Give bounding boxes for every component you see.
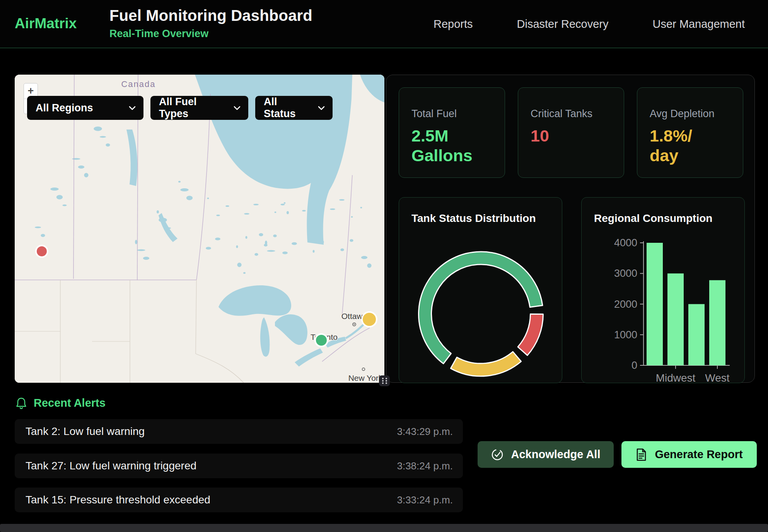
map-city-dot-ottawa-inner (354, 324, 355, 325)
kpi-label: Critical Tanks (531, 108, 611, 120)
kpi-label: Total Fuel (411, 108, 492, 120)
donut-chart (399, 198, 563, 384)
tank-status-chart-card: Tank Status Distribution (399, 197, 562, 383)
alert-message: Tank 27: Low fuel warning triggered (26, 460, 196, 472)
map-marker-normal[interactable] (315, 334, 328, 346)
fuel-type-filter-dropdown[interactable]: All Fuel Types (150, 96, 248, 120)
page-title: Fuel Monitoring Dashboard (109, 7, 312, 24)
map-panel[interactable]: Canada Ottawa Toronto New York + − All R… (15, 75, 384, 383)
kpi-label: Avg Depletion (650, 108, 730, 120)
chevron-down-icon (234, 106, 241, 110)
kpi-value: 1.8%/day (650, 126, 702, 165)
status-filter-value: All Status (264, 96, 312, 120)
map-marker-warning[interactable] (362, 312, 377, 327)
map-label-new-york: New York (348, 373, 383, 382)
bar-3[interactable] (688, 304, 705, 366)
chevron-down-icon (318, 106, 325, 110)
title-block: Fuel Monitoring Dashboard Real-Time Over… (109, 7, 312, 40)
y-tick-label: 1000 (614, 329, 637, 341)
kpi-value: 2.5M Gallons (411, 126, 491, 165)
generate-report-label: Generate Report (655, 448, 742, 461)
y-tick-label: 0 (631, 360, 637, 371)
generate-report-button[interactable]: Generate Report (621, 441, 757, 468)
nav-item-reports[interactable]: Reports (433, 18, 473, 31)
y-tick-label: 4000 (614, 237, 637, 249)
donut-segment-critical[interactable] (518, 314, 543, 355)
kpi-card-total-fuel: Total Fuel 2.5M Gallons (399, 87, 505, 178)
kpi-card-critical-tanks: Critical Tanks 10 (518, 87, 624, 178)
kpi-card-avg-depletion: Avg Depletion 1.8%/day (637, 87, 743, 178)
alert-list-item[interactable]: Tank 15: Pressure threshold exceeded 3:3… (15, 488, 463, 512)
map-label-country: Canada (121, 79, 155, 89)
alert-timestamp: 3:38:24 p.m. (397, 460, 453, 472)
nav-item-user-management[interactable]: User Management (652, 18, 745, 31)
x-tick-label: West (705, 372, 729, 384)
status-filter-dropdown[interactable]: All Status (255, 96, 333, 120)
alerts-title: Recent Alerts (34, 397, 106, 409)
bar-1[interactable] (647, 243, 663, 365)
top-nav-bar: AirMatrix Fuel Monitoring Dashboard Real… (0, 0, 768, 48)
alert-list-item[interactable]: Tank 2: Low fuel warning 3:43:29 p.m. (15, 419, 463, 444)
document-icon (635, 448, 647, 461)
alert-message: Tank 2: Low fuel warning (26, 425, 145, 438)
nav-menu: Reports Disaster Recovery User Managemen… (433, 0, 745, 48)
bell-icon (16, 397, 27, 409)
acknowledge-all-button[interactable]: Acknowledge All (478, 441, 614, 468)
alerts-header: Recent Alerts (16, 397, 106, 409)
bar-4[interactable] (709, 280, 725, 365)
bar-2[interactable] (667, 273, 684, 365)
y-tick-label: 2000 (614, 298, 637, 310)
region-filter-value: All Regions (36, 102, 93, 114)
map-marker-critical[interactable] (36, 246, 48, 257)
stats-panel: Total Fuel 2.5M Gallons Critical Tanks 1… (386, 75, 755, 383)
donut-segment-warning[interactable] (451, 352, 521, 376)
alert-timestamp: 3:33:24 p.m. (397, 494, 453, 506)
alert-timestamp: 3:43:29 p.m. (397, 426, 453, 438)
map-svg: Canada Ottawa Toronto New York (15, 75, 384, 383)
x-tick-label: Midwest (656, 372, 696, 384)
check-circle-icon (491, 448, 503, 461)
map-filter-bar: All Regions All Fuel Types All Status (27, 96, 333, 120)
nav-item-disaster-recovery[interactable]: Disaster Recovery (517, 18, 609, 31)
chevron-down-icon (129, 106, 136, 110)
page-subtitle: Real-Time Overview (109, 28, 312, 40)
acknowledge-all-label: Acknowledge All (511, 448, 601, 461)
map-resize-grip[interactable] (379, 375, 390, 386)
horizontal-scrollbar[interactable] (0, 524, 768, 532)
alert-list-item[interactable]: Tank 27: Low fuel warning triggered 3:38… (15, 454, 463, 478)
region-filter-dropdown[interactable]: All Regions (27, 96, 143, 120)
fuel-type-filter-value: All Fuel Types (159, 96, 227, 120)
map-canvas[interactable]: Canada Ottawa Toronto New York (15, 75, 384, 383)
kpi-value: 10 (531, 126, 610, 146)
brand-logo[interactable]: AirMatrix (15, 15, 77, 32)
y-tick-label: 3000 (614, 268, 637, 279)
alert-message: Tank 15: Pressure threshold exceeded (26, 494, 210, 506)
bar-chart: 01000200030004000MidwestWest (582, 198, 745, 384)
regional-consumption-chart-card: Regional Consumption 01000200030004000Mi… (581, 197, 745, 383)
